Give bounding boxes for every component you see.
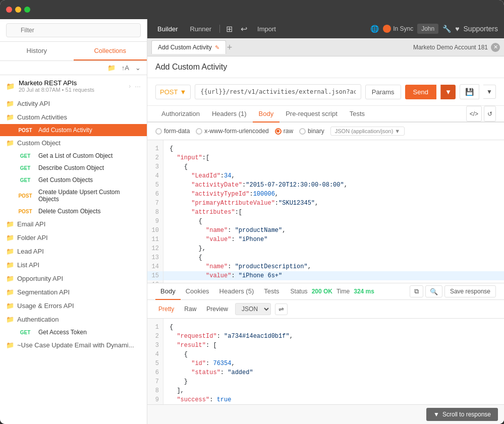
sidebar-item-list-api[interactable]: 📁 List API [0, 258, 147, 272]
copy-response-button[interactable]: ⧉ [410, 285, 423, 297]
request-body-editor[interactable]: 1 2 3 4 5 6 7 8 9 10 11 12 13 14 [147, 140, 504, 283]
params-button[interactable]: Params [365, 85, 401, 99]
add-tab-button[interactable]: + [227, 43, 233, 52]
tab-body[interactable]: Body [253, 106, 280, 123]
sidebar-item-opportunity-api[interactable]: 📁 Opportunity API [0, 272, 147, 285]
search-response-button[interactable]: 🔍 [425, 285, 442, 297]
form-data-option[interactable]: form-data [155, 128, 190, 135]
sidebar-item-create-update-upsert[interactable]: POST Create Update Upsert Custom Objects [0, 186, 147, 205]
form-data-radio[interactable] [155, 128, 162, 135]
send-button[interactable]: Send [405, 85, 436, 99]
search-input[interactable] [6, 23, 141, 37]
runner-button[interactable]: Runner [186, 23, 215, 35]
resp-tab-tests[interactable]: Tests [259, 283, 284, 300]
resp-tab-headers[interactable]: Headers (5) [214, 283, 259, 300]
sidebar-label-get-access-token: Get Access Token [38, 329, 87, 336]
builder-button[interactable]: Builder [153, 23, 182, 35]
collection-more-icon[interactable]: ··· [135, 82, 141, 90]
save-response-button[interactable]: Save response [444, 285, 496, 297]
method-select[interactable]: POST ▼ [155, 85, 191, 99]
scroll-down-icon: ▼ [433, 411, 439, 418]
sidebar-item-get-custom-objects[interactable]: GET Get Custom Objects [0, 174, 147, 186]
raw-button[interactable]: Raw [181, 305, 199, 314]
code-view-button[interactable]: </> [466, 106, 482, 122]
expand-button[interactable]: ⌄ [133, 63, 143, 73]
sidebar-item-use-case[interactable]: 📁 ~Use Case Update Email with Dynami... [0, 338, 147, 352]
urlencoded-option[interactable]: x-www-form-urlencoded [196, 128, 268, 135]
sidebar-label-get-list-custom-object: Get a List of Custom Object [38, 152, 113, 159]
globe-icon[interactable]: 🌐 [370, 25, 379, 33]
pretty-button[interactable]: Pretty [155, 305, 177, 314]
collection-marketo[interactable]: 📁 Marketo REST APIs 20 Jul at 8:07AM • 5… [0, 75, 147, 97]
tab-headers[interactable]: Headers (1) [206, 106, 253, 123]
close-button[interactable] [6, 7, 12, 13]
resp-tab-body[interactable]: Body [155, 283, 181, 300]
urlencoded-radio[interactable] [196, 128, 202, 135]
binary-option[interactable]: binary [299, 128, 324, 135]
scroll-to-response-label: Scroll to response [442, 411, 491, 418]
new-folder-button[interactable]: 📁 [105, 63, 118, 73]
sidebar-label-usage-errors-api: Usage & Errors API [17, 302, 74, 310]
minimize-button[interactable] [15, 7, 21, 13]
save-button[interactable]: 💾 [460, 84, 479, 99]
sidebar-item-segmentation-api[interactable]: 📁 Segmentation API [0, 285, 147, 299]
sidebar-item-get-list-custom-object[interactable]: GET Get a List of Custom Object [0, 150, 147, 162]
sidebar-item-activity-api[interactable]: 📁 Activity API [0, 97, 147, 110]
heart-icon[interactable]: ♥ [455, 25, 459, 33]
tab-history[interactable]: History [0, 42, 74, 60]
sidebar-item-get-access-token[interactable]: GET Get Access Token [0, 326, 147, 338]
sidebar-label-create-update: Create Update Upsert Custom Objects [38, 189, 141, 203]
tab-collections[interactable]: Collections [74, 42, 147, 60]
active-request-tab[interactable]: Add Custom Activity ✎ [151, 40, 226, 54]
collection-arrow-icon: › [129, 83, 131, 90]
account-close-button[interactable]: ✕ [491, 43, 500, 52]
sidebar-label-describe-custom-object: Describe Custom Object [38, 164, 104, 171]
sidebar-item-authentication[interactable]: 📁 Authentication [0, 313, 147, 326]
sync-label: In Sync [393, 25, 413, 32]
request-body-code[interactable]: { "input":[ { "LeadId":34, "activityDate… [163, 140, 504, 283]
user-menu-button[interactable]: John [417, 24, 438, 34]
sidebar-label-get-custom-objects: Get Custom Objects [38, 176, 93, 184]
sort-button[interactable]: ↑A [120, 63, 131, 73]
settings-icon[interactable]: 🔧 [442, 25, 451, 33]
reset-button[interactable]: ↺ [484, 106, 496, 122]
tab-edit-icon[interactable]: ✎ [215, 44, 219, 51]
sidebar-item-email-api[interactable]: 📁 Email API [0, 217, 147, 231]
sidebar-item-custom-object[interactable]: 📁 Custom Object [0, 136, 147, 150]
import-button[interactable]: Import [253, 23, 280, 35]
maximize-button[interactable] [24, 7, 30, 13]
sidebar-item-folder-api[interactable]: 📁 Folder API [0, 231, 147, 245]
sidebar-item-describe-custom-object[interactable]: GET Describe Custom Object [0, 162, 147, 174]
wrap-button[interactable]: ⇌ [275, 304, 288, 315]
format-select[interactable]: JSON [235, 303, 271, 315]
url-input[interactable] [195, 84, 361, 99]
json-type-selector[interactable]: JSON (application/json) ▼ [330, 127, 405, 136]
method-badge-get-1: GET [16, 153, 34, 159]
binary-label: binary [308, 128, 324, 135]
tab-authorization[interactable]: Authorization [155, 106, 206, 123]
sidebar-item-delete-custom-objects[interactable]: POST Delete Custom Objects [0, 205, 147, 217]
raw-option[interactable]: raw [275, 128, 293, 135]
binary-radio[interactable] [299, 128, 306, 135]
sidebar-item-custom-activities[interactable]: 📁 Custom Activities [0, 110, 147, 124]
collection-folder-icon: 📁 [6, 82, 15, 90]
preview-button[interactable]: Preview [203, 305, 231, 314]
folder-icon-custom-activities: 📁 [6, 113, 14, 121]
folder-icon-segmentation: 📁 [6, 288, 14, 296]
send-dropdown-button[interactable]: ▼ [440, 85, 456, 99]
tab-pre-request[interactable]: Pre-request script [279, 106, 344, 123]
sidebar-header [0, 19, 147, 42]
sidebar-item-usage-errors-api[interactable]: 📁 Usage & Errors API [0, 299, 147, 313]
raw-radio[interactable] [275, 128, 282, 135]
line-numbers: 1 2 3 4 5 6 7 8 9 10 11 12 13 14 [147, 140, 163, 283]
new-tab-icon[interactable]: ⊞ [224, 22, 235, 36]
tab-tests[interactable]: Tests [344, 106, 371, 123]
resp-tab-cookies[interactable]: Cookies [181, 283, 214, 300]
app-body: History Collections 📁 ↑A ⌄ 📁 Marketo RES… [0, 19, 504, 424]
sidebar-item-add-custom-activity[interactable]: POST Add Custom Activity [0, 124, 147, 136]
import-icon[interactable]: ↩ [239, 22, 249, 36]
sidebar-label-authentication: Authentication [17, 316, 59, 323]
scroll-to-response-button[interactable]: ▼ Scroll to response [426, 408, 498, 421]
save-dropdown-button[interactable]: ▼ [483, 85, 496, 99]
sidebar-item-lead-api[interactable]: 📁 Lead API [0, 245, 147, 258]
